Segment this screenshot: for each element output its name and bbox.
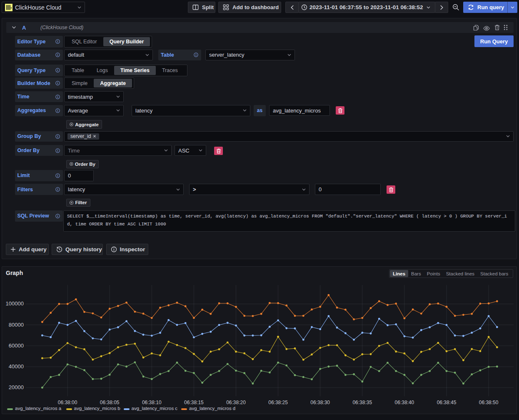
svg-text:06:38:05: 06:38:05 xyxy=(100,400,120,405)
svg-text:60000: 60000 xyxy=(9,342,24,349)
svg-text:06:38:40: 06:38:40 xyxy=(395,400,414,405)
svg-text:06:38:35: 06:38:35 xyxy=(352,400,372,405)
svg-text:06:38:00: 06:38:00 xyxy=(58,400,77,405)
svg-text:20000: 20000 xyxy=(9,384,24,390)
svg-text:06:38:10: 06:38:10 xyxy=(142,400,162,405)
svg-text:06:38:25: 06:38:25 xyxy=(268,400,288,405)
svg-text:06:38:50: 06:38:50 xyxy=(479,400,499,405)
svg-text:06:38:30: 06:38:30 xyxy=(310,400,330,405)
svg-text:06:38:15: 06:38:15 xyxy=(184,400,204,405)
svg-text:06:38:45: 06:38:45 xyxy=(437,400,457,405)
svg-text:100000: 100000 xyxy=(6,300,24,307)
svg-text:40000: 40000 xyxy=(9,363,24,370)
svg-text:80000: 80000 xyxy=(9,322,24,328)
svg-text:06:38:20: 06:38:20 xyxy=(226,400,246,405)
